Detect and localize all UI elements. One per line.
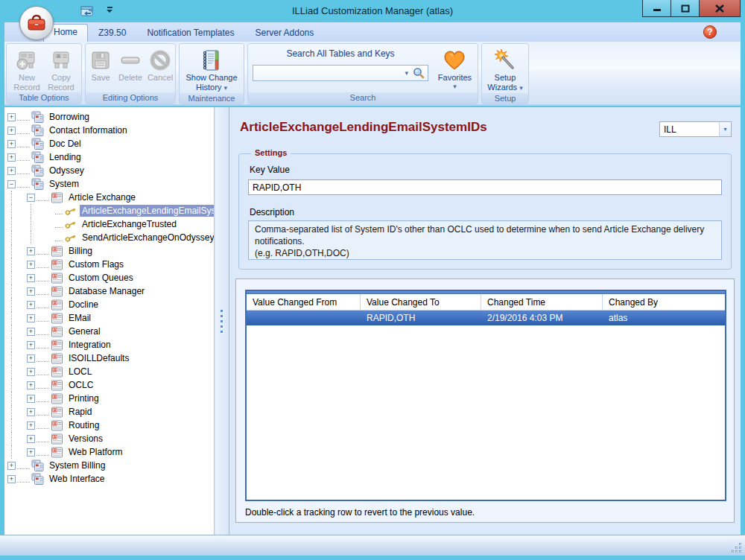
tree-guide-line	[7, 365, 27, 378]
expand-icon[interactable]: +	[27, 301, 35, 309]
search-input[interactable]: ▾	[253, 65, 428, 81]
group-icon	[31, 111, 44, 124]
tree-item[interactable]: +Borrowing	[4, 110, 214, 124]
panel-splitter[interactable]	[215, 107, 229, 535]
key-icon	[64, 218, 77, 231]
expand-icon[interactable]: +	[7, 113, 16, 121]
cancel-icon	[149, 48, 171, 73]
tree-item[interactable]: +AWeb Platform	[4, 445, 214, 459]
column-header[interactable]: Changed By	[603, 294, 725, 311]
tree-item[interactable]: SendArticleExchangeOnOdysseyFailure	[4, 231, 214, 244]
status-bar	[0, 535, 745, 556]
expand-icon[interactable]: +	[7, 167, 16, 175]
save-button[interactable]: Save	[86, 45, 115, 83]
expand-icon[interactable]: +	[7, 127, 16, 135]
expand-icon[interactable]: +	[27, 381, 35, 389]
tree-item[interactable]: ArticleExchangeLendingEmailSystemIDs	[4, 204, 214, 217]
description-box: Comma-separated list of System ID's othe…	[248, 220, 722, 260]
search-dropdown-arrow-icon[interactable]: ▾	[405, 69, 408, 77]
search-magnifier-icon[interactable]	[413, 67, 425, 79]
scope-dropdown-arrow-icon[interactable]: ▾	[719, 122, 731, 136]
expand-icon[interactable]: +	[27, 287, 35, 296]
cancel-button[interactable]: Cancel	[145, 45, 175, 83]
show-change-history-button[interactable]: Show Change History ▾	[180, 45, 243, 93]
expand-icon[interactable]: +	[7, 153, 16, 162]
setup-wizards-button[interactable]: Setup Wizards ▾	[483, 45, 527, 93]
wizard-wand-icon	[493, 48, 517, 73]
new-record-button[interactable]: New Record	[10, 45, 44, 92]
history-row[interactable]: RAPID,OTH2/19/2016 4:03 PMatlas	[247, 311, 725, 325]
application-menu-button[interactable]	[19, 6, 54, 40]
tree-item[interactable]: +Doc Del	[4, 137, 214, 150]
expand-icon[interactable]: +	[27, 314, 35, 322]
collapse-icon[interactable]: −	[27, 194, 35, 202]
table-icon: A	[51, 366, 63, 378]
expand-icon[interactable]: +	[27, 354, 35, 363]
tree-guide-line	[7, 204, 27, 217]
tree-item-label: Web Interface	[47, 473, 107, 485]
tree-guide-line	[7, 405, 27, 419]
tree-item[interactable]: +Web Interface	[4, 472, 214, 486]
maximize-button[interactable]	[671, 0, 700, 16]
tree-item-label: ISOILLDefaults	[66, 352, 131, 364]
table-icon: A	[51, 339, 63, 351]
tree-item[interactable]: +Contact Information	[4, 124, 214, 137]
table-icon: A	[51, 406, 63, 419]
table-header-row: Value Changed FromValue Changed ToChange…	[247, 294, 725, 311]
expand-icon[interactable]: +	[27, 435, 35, 443]
help-button[interactable]: ?	[703, 25, 717, 39]
tree-item-label: Article Exchange	[66, 191, 138, 203]
tree-item[interactable]: +Odyssey	[4, 164, 214, 177]
expand-icon[interactable]: +	[7, 475, 16, 483]
tracking-history-container: Value Changed FromValue Changed ToChange…	[235, 279, 735, 523]
key-icon	[64, 232, 77, 244]
table-icon: A	[51, 272, 63, 284]
favorites-dropdown-arrow-icon: ▾	[453, 83, 457, 90]
key-value-input[interactable]	[248, 179, 722, 195]
copy-record-button[interactable]: A Copy Record	[44, 45, 78, 92]
table-icon: A	[51, 419, 63, 432]
collapse-icon[interactable]: −	[7, 180, 16, 188]
expand-icon[interactable]: +	[27, 341, 35, 349]
expand-icon[interactable]: +	[27, 395, 35, 403]
column-header[interactable]: Changed Time	[481, 294, 603, 311]
tree-item-label: ArticleExchangeTrusted	[80, 218, 179, 230]
copy-record-icon: A	[49, 48, 73, 73]
tree-item-label: System Billing	[47, 459, 107, 471]
scope-dropdown[interactable]: ILL ▾	[659, 121, 732, 137]
window-title: ILLiad Customization Manager (atlas)	[0, 5, 745, 16]
settings-legend: Settings	[251, 148, 291, 157]
tree-item-label: Custom Queues	[66, 272, 136, 284]
expand-icon[interactable]: +	[27, 408, 35, 416]
expand-icon[interactable]: +	[27, 261, 35, 269]
minimize-button[interactable]	[643, 0, 671, 16]
tree-item-label: Versions	[66, 433, 105, 445]
tree-item[interactable]: −AArticle Exchange	[4, 191, 214, 204]
group-label-maintenance: Maintenance	[180, 93, 244, 104]
expand-icon[interactable]: +	[27, 421, 35, 430]
ribbon-group-editing-options: Save Delete	[85, 43, 176, 104]
tree-guide-line	[7, 351, 27, 365]
tree-item[interactable]: +System Billing	[4, 459, 214, 472]
tree-guide-line	[7, 378, 27, 392]
expand-icon[interactable]: +	[7, 140, 16, 148]
column-header[interactable]: Value Changed From	[247, 294, 361, 311]
favorites-button[interactable]: Favorites ▾	[435, 45, 475, 90]
tab-server-addons[interactable]: Server Addons	[245, 25, 325, 42]
table-icon: A	[51, 299, 63, 311]
column-header[interactable]: Value Changed To	[361, 294, 481, 311]
expand-icon[interactable]: +	[7, 462, 16, 470]
tab-notification-templates[interactable]: Notification Templates	[136, 25, 244, 42]
expand-icon[interactable]: +	[27, 247, 35, 255]
close-button[interactable]	[700, 0, 740, 16]
tree-item[interactable]: ArticleExchangeTrusted	[4, 217, 214, 231]
expand-icon[interactable]: +	[27, 274, 35, 282]
expand-icon[interactable]: +	[27, 328, 35, 336]
expand-icon[interactable]: +	[27, 368, 35, 376]
tree-item[interactable]: +Lending	[4, 150, 214, 164]
ribbon-group-setup: Setup Wizards ▾ Setup	[481, 43, 529, 104]
delete-button[interactable]: Delete	[115, 45, 145, 83]
resize-grip-icon[interactable]	[731, 542, 742, 553]
tab-z39-50[interactable]: Z39.50	[88, 25, 136, 42]
tree-item-label: Odyssey	[47, 165, 86, 176]
